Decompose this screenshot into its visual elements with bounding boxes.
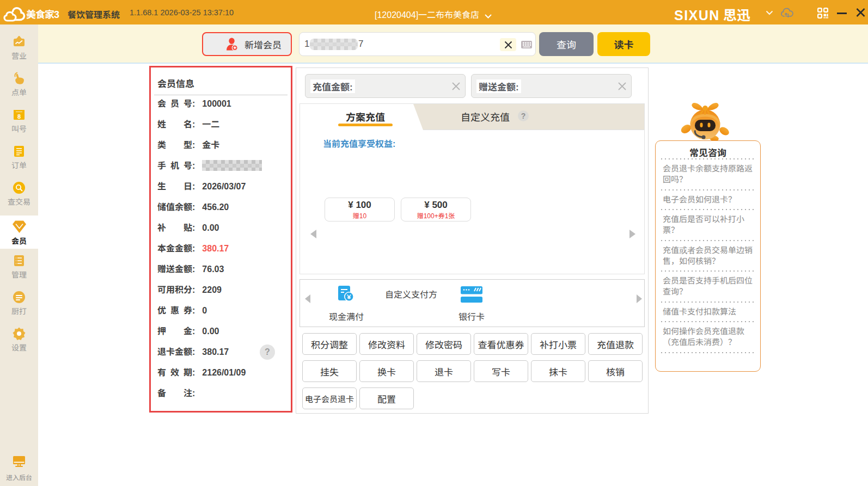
svg-text:8: 8	[17, 113, 21, 120]
